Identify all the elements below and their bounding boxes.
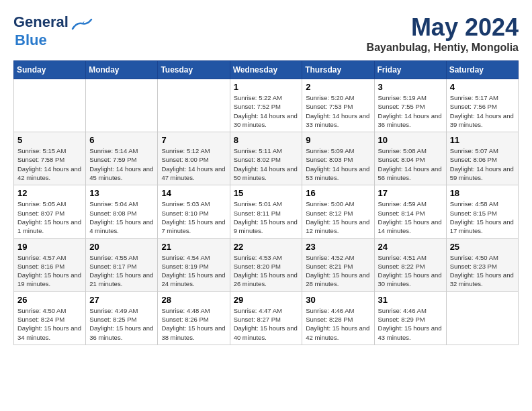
day-number: 10 bbox=[378, 135, 443, 145]
calendar-cell: 4Sunrise: 5:17 AMSunset: 7:56 PMDaylight… bbox=[446, 79, 518, 132]
day-info: Sunrise: 4:50 AMSunset: 8:23 PMDaylight:… bbox=[450, 253, 515, 289]
day-info: Sunrise: 5:17 AMSunset: 7:56 PMDaylight:… bbox=[450, 93, 515, 129]
calendar-cell: 6Sunrise: 5:14 AMSunset: 7:59 PMDaylight… bbox=[86, 132, 158, 185]
location-title: Bayanbulag, Hentiy, Mongolia bbox=[367, 42, 519, 54]
day-info: Sunrise: 4:51 AMSunset: 8:22 PMDaylight:… bbox=[378, 253, 443, 289]
day-number: 15 bbox=[234, 188, 299, 198]
calendar-cell bbox=[446, 291, 518, 345]
day-info: Sunrise: 5:04 AMSunset: 8:08 PMDaylight:… bbox=[89, 199, 154, 235]
calendar-cell: 16Sunrise: 5:00 AMSunset: 8:12 PMDayligh… bbox=[302, 185, 374, 238]
day-info: Sunrise: 4:57 AMSunset: 8:16 PMDaylight:… bbox=[17, 253, 82, 289]
weekday-header: Wednesday bbox=[230, 61, 302, 79]
day-number: 16 bbox=[306, 188, 370, 198]
calendar-week-row: 19Sunrise: 4:57 AMSunset: 8:16 PMDayligh… bbox=[14, 238, 519, 291]
day-number: 9 bbox=[306, 135, 370, 145]
calendar-cell bbox=[158, 79, 230, 132]
calendar-cell: 2Sunrise: 5:20 AMSunset: 7:53 PMDaylight… bbox=[302, 79, 374, 132]
calendar-cell: 19Sunrise: 4:57 AMSunset: 8:16 PMDayligh… bbox=[14, 238, 86, 291]
day-info: Sunrise: 5:19 AMSunset: 7:55 PMDaylight:… bbox=[378, 93, 443, 129]
day-info: Sunrise: 5:07 AMSunset: 8:06 PMDaylight:… bbox=[450, 146, 515, 182]
calendar-cell: 26Sunrise: 4:50 AMSunset: 8:24 PMDayligh… bbox=[14, 291, 86, 345]
day-number: 26 bbox=[17, 295, 82, 305]
day-info: Sunrise: 4:48 AMSunset: 8:26 PMDaylight:… bbox=[161, 306, 226, 342]
page-header: General Blue May 2024 Bayanbulag, Hentiy… bbox=[13, 13, 519, 54]
day-info: Sunrise: 4:54 AMSunset: 8:19 PMDaylight:… bbox=[161, 253, 226, 289]
day-number: 2 bbox=[306, 82, 370, 92]
day-info: Sunrise: 5:08 AMSunset: 8:04 PMDaylight:… bbox=[378, 146, 443, 182]
calendar-cell: 27Sunrise: 4:49 AMSunset: 8:25 PMDayligh… bbox=[86, 291, 158, 345]
day-number: 18 bbox=[450, 188, 515, 198]
day-number: 19 bbox=[17, 242, 82, 252]
day-number: 13 bbox=[89, 188, 154, 198]
calendar-cell: 11Sunrise: 5:07 AMSunset: 8:06 PMDayligh… bbox=[446, 132, 518, 185]
calendar-cell: 31Sunrise: 4:46 AMSunset: 8:29 PMDayligh… bbox=[374, 291, 446, 345]
month-title: May 2024 bbox=[367, 13, 519, 42]
calendar-cell: 9Sunrise: 5:09 AMSunset: 8:03 PMDaylight… bbox=[302, 132, 374, 185]
weekday-header: Thursday bbox=[302, 61, 374, 79]
calendar-week-row: 5Sunrise: 5:15 AMSunset: 7:58 PMDaylight… bbox=[14, 132, 519, 185]
weekday-header: Saturday bbox=[446, 61, 518, 79]
logo-bird-icon bbox=[71, 17, 93, 32]
day-info: Sunrise: 4:49 AMSunset: 8:25 PMDaylight:… bbox=[89, 306, 154, 342]
weekday-header: Sunday bbox=[14, 61, 86, 79]
day-info: Sunrise: 5:00 AMSunset: 8:12 PMDaylight:… bbox=[306, 199, 370, 235]
day-number: 4 bbox=[450, 82, 515, 92]
day-number: 24 bbox=[378, 242, 443, 252]
calendar-cell: 25Sunrise: 4:50 AMSunset: 8:23 PMDayligh… bbox=[446, 238, 518, 291]
calendar-cell: 30Sunrise: 4:46 AMSunset: 8:28 PMDayligh… bbox=[302, 291, 374, 345]
day-number: 23 bbox=[306, 242, 370, 252]
day-info: Sunrise: 4:47 AMSunset: 8:27 PMDaylight:… bbox=[234, 306, 299, 342]
calendar-cell: 20Sunrise: 4:55 AMSunset: 8:17 PMDayligh… bbox=[86, 238, 158, 291]
title-block: May 2024 Bayanbulag, Hentiy, Mongolia bbox=[367, 13, 519, 54]
calendar-cell: 13Sunrise: 5:04 AMSunset: 8:08 PMDayligh… bbox=[86, 185, 158, 238]
calendar-cell: 24Sunrise: 4:51 AMSunset: 8:22 PMDayligh… bbox=[374, 238, 446, 291]
day-number: 14 bbox=[161, 188, 226, 198]
calendar-cell: 1Sunrise: 5:22 AMSunset: 7:52 PMDaylight… bbox=[230, 79, 302, 132]
day-info: Sunrise: 4:46 AMSunset: 8:29 PMDaylight:… bbox=[378, 306, 443, 342]
day-info: Sunrise: 5:09 AMSunset: 8:03 PMDaylight:… bbox=[306, 146, 370, 182]
weekday-header: Monday bbox=[86, 61, 158, 79]
day-number: 29 bbox=[234, 295, 299, 305]
calendar-table: SundayMondayTuesdayWednesdayThursdayFrid… bbox=[13, 60, 519, 345]
calendar-week-row: 1Sunrise: 5:22 AMSunset: 7:52 PMDaylight… bbox=[14, 79, 519, 132]
day-info: Sunrise: 5:05 AMSunset: 8:07 PMDaylight:… bbox=[17, 199, 82, 235]
day-info: Sunrise: 4:58 AMSunset: 8:15 PMDaylight:… bbox=[450, 199, 515, 235]
calendar-cell: 22Sunrise: 4:53 AMSunset: 8:20 PMDayligh… bbox=[230, 238, 302, 291]
day-info: Sunrise: 4:59 AMSunset: 8:14 PMDaylight:… bbox=[378, 199, 443, 235]
day-info: Sunrise: 5:14 AMSunset: 7:59 PMDaylight:… bbox=[89, 146, 154, 182]
calendar-cell: 8Sunrise: 5:11 AMSunset: 8:02 PMDaylight… bbox=[230, 132, 302, 185]
day-number: 6 bbox=[89, 135, 154, 145]
day-info: Sunrise: 4:53 AMSunset: 8:20 PMDaylight:… bbox=[234, 253, 299, 289]
day-info: Sunrise: 5:20 AMSunset: 7:53 PMDaylight:… bbox=[306, 93, 370, 129]
calendar-cell: 14Sunrise: 5:03 AMSunset: 8:10 PMDayligh… bbox=[158, 185, 230, 238]
calendar-week-row: 12Sunrise: 5:05 AMSunset: 8:07 PMDayligh… bbox=[14, 185, 519, 238]
day-number: 22 bbox=[234, 242, 299, 252]
calendar-cell: 29Sunrise: 4:47 AMSunset: 8:27 PMDayligh… bbox=[230, 291, 302, 345]
calendar-cell: 28Sunrise: 4:48 AMSunset: 8:26 PMDayligh… bbox=[158, 291, 230, 345]
calendar-cell: 17Sunrise: 4:59 AMSunset: 8:14 PMDayligh… bbox=[374, 185, 446, 238]
day-info: Sunrise: 4:55 AMSunset: 8:17 PMDaylight:… bbox=[89, 253, 154, 289]
calendar-header-row: SundayMondayTuesdayWednesdayThursdayFrid… bbox=[14, 61, 519, 79]
day-info: Sunrise: 5:11 AMSunset: 8:02 PMDaylight:… bbox=[234, 146, 299, 182]
day-number: 31 bbox=[378, 295, 443, 305]
weekday-header: Tuesday bbox=[158, 61, 230, 79]
day-number: 8 bbox=[234, 135, 299, 145]
logo-blue: Blue bbox=[15, 32, 47, 48]
day-number: 7 bbox=[161, 135, 226, 145]
day-info: Sunrise: 5:01 AMSunset: 8:11 PMDaylight:… bbox=[234, 199, 299, 235]
day-number: 21 bbox=[161, 242, 226, 252]
weekday-header: Friday bbox=[374, 61, 446, 79]
calendar-cell: 15Sunrise: 5:01 AMSunset: 8:11 PMDayligh… bbox=[230, 185, 302, 238]
calendar-cell: 5Sunrise: 5:15 AMSunset: 7:58 PMDaylight… bbox=[14, 132, 86, 185]
calendar-cell: 12Sunrise: 5:05 AMSunset: 8:07 PMDayligh… bbox=[14, 185, 86, 238]
logo: General Blue bbox=[13, 13, 93, 49]
calendar-cell: 21Sunrise: 4:54 AMSunset: 8:19 PMDayligh… bbox=[158, 238, 230, 291]
day-info: Sunrise: 5:22 AMSunset: 7:52 PMDaylight:… bbox=[234, 93, 299, 129]
day-info: Sunrise: 5:12 AMSunset: 8:00 PMDaylight:… bbox=[161, 146, 226, 182]
calendar-cell bbox=[86, 79, 158, 132]
day-number: 12 bbox=[17, 188, 82, 198]
day-info: Sunrise: 4:50 AMSunset: 8:24 PMDaylight:… bbox=[17, 306, 82, 342]
day-info: Sunrise: 5:03 AMSunset: 8:10 PMDaylight:… bbox=[161, 199, 226, 235]
calendar-week-row: 26Sunrise: 4:50 AMSunset: 8:24 PMDayligh… bbox=[14, 291, 519, 345]
day-number: 17 bbox=[378, 188, 443, 198]
